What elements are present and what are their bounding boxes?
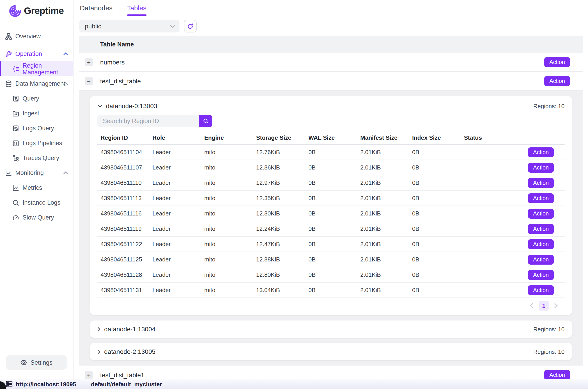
region-wal: 0B bbox=[305, 195, 357, 201]
table-row-test-dist-table: − test_dist_table Action bbox=[79, 72, 583, 91]
server-url[interactable]: http://localhost:19095 bbox=[16, 381, 76, 388]
region-row: 4398046511125 Leader mito 12.88KiB 0B 2.… bbox=[98, 252, 564, 267]
next-page-button[interactable] bbox=[554, 303, 558, 308]
sidebar-item-metrics[interactable]: Metrics bbox=[0, 180, 73, 195]
region-table-header: Region ID Role Engine Storage Size WAL S… bbox=[98, 131, 564, 145]
region-id: 4398046511107 bbox=[98, 164, 149, 171]
datanode-1-card[interactable]: datanode-1:13004 Regions: 10 bbox=[90, 321, 572, 338]
action-button[interactable]: Action bbox=[545, 370, 570, 379]
sidebar-item-label: Region Management bbox=[23, 62, 73, 75]
region-id: 4398046511122 bbox=[98, 241, 149, 247]
region-storage: 12.36KiB bbox=[253, 164, 305, 171]
region-index: 0B bbox=[409, 287, 461, 293]
tab-datanodes[interactable]: Datanodes bbox=[80, 0, 112, 16]
datanode-title: datanode-2:13005 bbox=[104, 348, 155, 355]
sidebar-item-query[interactable]: Query bbox=[0, 91, 73, 106]
action-button[interactable]: Action bbox=[528, 208, 554, 218]
sliders-icon bbox=[12, 139, 20, 147]
brand-name: Greptime bbox=[24, 5, 64, 16]
region-storage: 12.35KiB bbox=[253, 195, 305, 201]
region-row: 4398046511107 Leader mito 12.36KiB 0B 2.… bbox=[98, 160, 564, 175]
refresh-button[interactable] bbox=[184, 20, 196, 32]
chevron-up-icon[interactable] bbox=[63, 82, 68, 85]
datanode-expand-area: datanode-0:13003 Regions: 10 Region ID bbox=[79, 91, 583, 366]
action-button[interactable]: Action bbox=[528, 178, 554, 188]
region-engine: mito bbox=[201, 210, 253, 217]
sidebar-item-operation[interactable]: Operation bbox=[0, 46, 73, 61]
datanode-title: datanode-1:13004 bbox=[104, 325, 155, 333]
action-button[interactable]: Action bbox=[528, 239, 554, 249]
action-button[interactable]: Action bbox=[528, 255, 554, 264]
sidebar-item-logs-pipelines[interactable]: Logs Pipelines bbox=[0, 136, 73, 151]
sidebar-item-logs-query[interactable]: Logs Query bbox=[0, 121, 73, 136]
sidebar-item-instance-logs[interactable]: Instance Logs bbox=[0, 195, 73, 210]
region-engine: mito bbox=[201, 164, 253, 171]
region-manifest: 2.01KiB bbox=[357, 271, 409, 278]
collapse-button[interactable]: − bbox=[85, 77, 93, 85]
region-manifest: 2.01KiB bbox=[357, 287, 409, 293]
region-storage: 12.97KiB bbox=[253, 179, 305, 186]
region-index: 0B bbox=[409, 241, 461, 247]
sidebar-item-monitoring[interactable]: Monitoring bbox=[0, 165, 73, 180]
region-engine: mito bbox=[201, 241, 253, 247]
action-button[interactable]: Action bbox=[545, 57, 570, 67]
region-role: Leader bbox=[149, 210, 201, 217]
region-role: Leader bbox=[149, 149, 201, 156]
chevron-up-icon[interactable] bbox=[63, 52, 68, 55]
region-row: 4398046511119 Leader mito 12.24KiB 0B 2.… bbox=[98, 221, 564, 237]
region-engine: mito bbox=[201, 225, 253, 232]
sidebar-item-overview[interactable]: Overview bbox=[0, 29, 73, 44]
sidebar-item-traces-query[interactable]: Traces Query bbox=[0, 151, 73, 165]
prev-page-button[interactable] bbox=[530, 303, 533, 308]
refresh-icon bbox=[187, 23, 194, 30]
expand-button[interactable]: + bbox=[85, 58, 93, 66]
region-wal: 0B bbox=[305, 287, 357, 293]
sidebar-item-region-management[interactable]: Region Management bbox=[0, 61, 73, 76]
action-button[interactable]: Action bbox=[528, 285, 554, 295]
chevron-up-icon[interactable] bbox=[63, 171, 68, 174]
table-name-header-label: Table Name bbox=[100, 41, 134, 48]
region-id: 4398046511116 bbox=[98, 210, 149, 217]
metrics-chart-icon bbox=[12, 184, 20, 192]
magnifier-icon bbox=[12, 199, 20, 206]
settings-label: Settings bbox=[31, 359, 53, 366]
datanode-0-header[interactable]: datanode-0:13003 Regions: 10 bbox=[98, 102, 564, 110]
region-role: Leader bbox=[149, 241, 201, 247]
page-number[interactable]: 1 bbox=[539, 301, 549, 311]
schema-select[interactable]: public bbox=[79, 20, 179, 32]
datanode-0-card: datanode-0:13003 Regions: 10 Region ID bbox=[90, 96, 572, 315]
action-button[interactable]: Action bbox=[528, 193, 554, 203]
tab-tables[interactable]: Tables bbox=[127, 0, 147, 16]
settings-button[interactable]: Settings bbox=[6, 355, 67, 370]
region-role: Leader bbox=[149, 195, 201, 201]
action-button[interactable]: Action bbox=[545, 76, 570, 86]
search-button[interactable] bbox=[199, 115, 212, 127]
region-engine: mito bbox=[201, 256, 253, 263]
region-index: 0B bbox=[409, 149, 461, 156]
region-storage: 12.88KiB bbox=[253, 256, 305, 263]
region-wal: 0B bbox=[305, 179, 357, 186]
action-button[interactable]: Action bbox=[528, 270, 554, 280]
action-button[interactable]: Action bbox=[528, 147, 554, 157]
gear-icon bbox=[20, 359, 27, 366]
action-button[interactable]: Action bbox=[528, 224, 554, 234]
action-button[interactable]: Action bbox=[528, 162, 554, 172]
region-id: 4398046511104 bbox=[98, 149, 149, 156]
region-search-input[interactable] bbox=[98, 115, 199, 127]
sidebar-item-label: Operation bbox=[15, 50, 42, 57]
region-manifest: 2.01KiB bbox=[357, 164, 409, 171]
region-id: 4398046511128 bbox=[98, 271, 149, 278]
tab-label: Tables bbox=[127, 4, 147, 12]
cluster-name[interactable]: default/default_mycluster bbox=[91, 381, 162, 388]
region-index: 0B bbox=[409, 179, 461, 186]
expand-button[interactable]: + bbox=[85, 371, 93, 379]
datanode-2-card[interactable]: datanode-2:13005 Regions: 10 bbox=[90, 343, 572, 360]
region-storage: 12.80KiB bbox=[253, 271, 305, 278]
col-role: Role bbox=[149, 134, 201, 141]
sidebar-item-data-management[interactable]: Data Management bbox=[0, 76, 73, 91]
sidebar-item-slow-query[interactable]: Slow Query bbox=[0, 210, 73, 225]
col-status: Status bbox=[461, 134, 513, 141]
chevron-right-icon bbox=[98, 349, 100, 354]
sidebar-item-ingest[interactable]: Ingest bbox=[0, 106, 73, 121]
toolbar: public bbox=[79, 16, 583, 36]
